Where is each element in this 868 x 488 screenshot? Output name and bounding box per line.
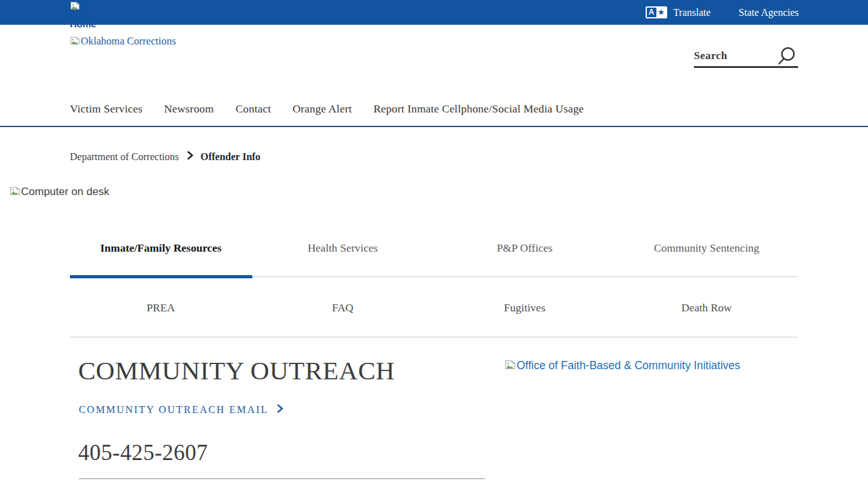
tab-prea[interactable]: PREA: [70, 301, 252, 315]
broken-image-icon: [10, 186, 20, 199]
nav-item-newsroom[interactable]: Newsroom: [164, 102, 214, 116]
translate-button[interactable]: A★ Translate: [646, 6, 711, 18]
faith-based-initiatives-image-link[interactable]: Office of Faith-Based & Community Initia…: [505, 359, 740, 373]
site-logo-link[interactable]: Oklahoma Corrections: [70, 36, 176, 48]
state-agencies-link[interactable]: State Agencies: [738, 7, 799, 18]
secondary-tabs-rule: [70, 337, 797, 337]
tab-death-row[interactable]: Death Row: [616, 301, 797, 315]
broken-image-icon: [505, 359, 516, 373]
nav-item-report-inmate-cellphone[interactable]: Report Inmate Cellphone/Social Media Usa…: [374, 102, 584, 116]
translate-icon: A★: [646, 6, 668, 18]
top-utility-links: A★ Translate State Agencies: [646, 0, 799, 25]
search-input[interactable]: [694, 47, 773, 65]
phone-number: 405-425-2607: [78, 441, 208, 466]
community-outreach-email-link[interactable]: COMMUNITY OUTREACH EMAIL: [79, 403, 283, 416]
nav-item-victim-services[interactable]: Victim Services: [70, 102, 142, 116]
tab-faq[interactable]: FAQ: [252, 301, 433, 315]
nav-item-orange-alert[interactable]: Orange Alert: [292, 102, 351, 116]
search-underline: [694, 66, 798, 68]
logo-alt-text: Oklahoma Corrections: [81, 36, 176, 47]
email-link-label: COMMUNITY OUTREACH EMAIL: [79, 403, 268, 416]
tab-health-services[interactable]: Health Services: [252, 241, 433, 255]
page-title: COMMUNITY OUTREACH: [78, 356, 395, 385]
active-tab-indicator: [70, 275, 252, 278]
breadcrumb: Department of Corrections Offender Info: [70, 151, 261, 163]
state-agencies-label: State Agencies: [738, 7, 799, 18]
header-bottom-rule: [0, 126, 868, 127]
tab-inmate-family-resources[interactable]: Inmate/Family Resources: [70, 241, 252, 255]
search-button[interactable]: [774, 44, 798, 69]
nav-item-contact[interactable]: Contact: [236, 102, 271, 116]
tab-fugitives[interactable]: Fugitives: [434, 301, 616, 315]
translate-label: Translate: [673, 7, 710, 18]
primary-tabs: Inmate/Family Resources Health Services …: [70, 241, 797, 255]
content-divider: [79, 478, 485, 479]
tab-pp-offices[interactable]: P&P Offices: [434, 241, 616, 255]
hero-image-alt-text: Computer on desk: [21, 186, 109, 198]
breadcrumb-link-department[interactable]: Department of Corrections: [70, 151, 179, 163]
tab-community-sentencing[interactable]: Community Sentencing: [616, 241, 797, 255]
broken-image-icon[interactable]: [70, 1, 80, 13]
secondary-tabs: PREA FAQ Fugitives Death Row: [70, 301, 797, 315]
side-image-alt-text: Office of Faith-Based & Community Initia…: [517, 359, 740, 372]
chevron-right-icon: [186, 151, 194, 163]
chevron-right-icon: [276, 403, 283, 416]
hero-image-broken: Computer on desk: [10, 186, 109, 199]
main-navigation: Victim Services Newsroom Contact Orange …: [70, 102, 584, 116]
breadcrumb-current: Offender Info: [201, 151, 261, 163]
page: A★ Translate State Agencies Home Oklahom…: [0, 0, 868, 488]
broken-image-icon: [70, 36, 80, 48]
